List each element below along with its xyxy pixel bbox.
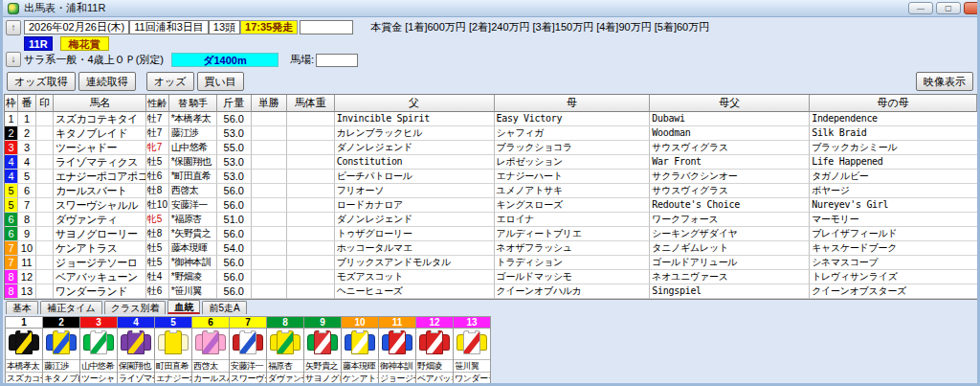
silk-jockey-name: 笹川翼	[454, 360, 490, 373]
sire-cell: ホッコータルマエ	[335, 241, 495, 256]
table-row[interactable]: 5 6 カールスバート 牡8 西啓太 56.0 フリオーソ ユメノアトサキ サウ…	[5, 184, 977, 198]
mark-cell[interactable]	[36, 170, 54, 184]
minimize-button[interactable]: —	[908, 2, 933, 14]
tab-basic[interactable]: 基本	[6, 301, 38, 314]
carried-weight-cell: 53.0	[217, 155, 252, 170]
table-header-row: 枠 番 印 馬名 性齢 替 騎手 斤量 単勝 馬体重 父 母 母父 母の母	[5, 95, 977, 112]
body-weight-cell	[287, 256, 335, 270]
sire-cell: モズアスコット	[335, 270, 495, 284]
mark-cell[interactable]	[36, 126, 54, 141]
table-row[interactable]: 8 12 ベアバッキューン 牡4 *野畑凌 56.0 モズアスコット ゴールドマ…	[5, 270, 977, 284]
silk-horse-number: 1	[6, 317, 42, 329]
mark-cell[interactable]	[36, 270, 54, 284]
damdam-cell: シネマスコープ	[810, 256, 977, 270]
mark-cell[interactable]	[36, 112, 54, 126]
table-row[interactable]: 1 1 スズカコテキタイ 牡7 *本橋孝太 56.0 Invincible Sp…	[5, 112, 977, 126]
damsire-cell: サウスヴィグラス	[650, 141, 810, 155]
body-weight-cell	[287, 184, 335, 198]
silk-horse-number: 13	[454, 317, 490, 329]
bet-selection-button[interactable]: 買い目	[197, 72, 244, 91]
col-header-sire: 父	[335, 95, 495, 112]
win-odds-cell	[252, 227, 287, 241]
table-row[interactable]: 7 11 ジョージテソーロ 牡5 *御神本訓 56.0 ブリックスアンドモルタル…	[5, 256, 977, 270]
col-header-dam: 母	[495, 95, 651, 112]
silk-column: 8 福原杏 ダヴァンテ	[267, 317, 304, 386]
mark-cell[interactable]	[36, 184, 54, 198]
prev-race-button[interactable]: ↑	[6, 20, 21, 35]
mark-cell[interactable]	[36, 141, 54, 155]
view-tabs: 基本 補正タイム クラス別着 血統 前5走A	[3, 300, 977, 314]
win-odds-cell	[252, 256, 287, 270]
horse-name-cell: ジョージテソーロ	[54, 256, 146, 270]
silk-column: 4 保園翔也 ライゾマテ	[118, 317, 155, 386]
table-row[interactable]: 5 7 スワーヴシャルル 牡10 安藤洋一 56.0 ロードカナロア キングスロ…	[5, 198, 977, 213]
mark-cell[interactable]	[36, 213, 54, 227]
table-row[interactable]: 4 5 エナジーポコアポコ 牡6 *町田直希 53.0 ビーチパトロール エナジ…	[5, 170, 977, 184]
horse-number-cell: 11	[18, 256, 36, 270]
horse-number-cell: 7	[18, 198, 36, 213]
maximize-button[interactable]: ▢	[936, 2, 961, 14]
dam-cell: アルディートブリエ	[495, 227, 651, 241]
dam-cell: クイーンオブハルカ	[495, 284, 651, 299]
next-race-button[interactable]: ↓	[6, 52, 21, 67]
table-row[interactable]: 8 13 ワンダーランド 牡6 *笹川翼 56.0 ヘニーヒューズ クイーンオブ…	[5, 284, 977, 299]
video-display-button[interactable]: 映像表示	[916, 72, 973, 91]
table-row[interactable]: 3 3 ツーシャドー 牝7 山中悠希 55.0 ダノンレジェンド ブラックショコ…	[5, 141, 977, 155]
sire-cell: Constitution	[335, 155, 495, 170]
body-weight-cell	[287, 170, 335, 184]
body-weight-cell	[287, 270, 335, 284]
silk-horse-name: ジョージテ	[379, 373, 415, 385]
carried-weight-cell: 56.0	[217, 256, 252, 270]
tab-last5-runs[interactable]: 前5走A	[202, 301, 246, 314]
mark-cell[interactable]	[36, 227, 54, 241]
silk-horse-name: ベアバッキ	[416, 373, 453, 385]
table-row[interactable]: 4 4 ライゾマティクス 牡5 *保園翔也 53.0 Constitution …	[5, 155, 977, 170]
table-row[interactable]: 2 2 キタノブレイド 牡7 藤江渉 53.0 カレンブラックヒル シャフィガ …	[5, 126, 977, 141]
body-weight-cell	[287, 213, 335, 227]
sex-age-cell: 牝7	[146, 141, 169, 155]
track-condition-label: 馬場:	[290, 53, 314, 67]
damdam-cell: キャスケードブーク	[810, 241, 977, 256]
race-name-line: 11R 梅花賞	[24, 35, 977, 52]
odds-fetch-button[interactable]: オッズ取得	[7, 72, 76, 91]
jockey-cell: *保園翔也	[169, 155, 217, 170]
table-row[interactable]: 6 8 ダヴァンティ 牝5 *福原杏 51.0 ダノンレジェンド エロイナ ワー…	[5, 213, 977, 227]
race-header-panel: ↑ ↓ 2026年02月26日(木) 11回浦和3日目 13頭 17:35発走 …	[3, 17, 977, 69]
table-row[interactable]: 6 9 サヨノグローリー 牡8 *矢野貴之 56.0 トゥザグローリー アルディ…	[5, 227, 977, 241]
track-condition-field[interactable]	[316, 54, 358, 67]
tab-adjusted-time[interactable]: 補正タイム	[40, 301, 102, 314]
jockey-cell: *御神本訓	[169, 256, 217, 270]
tab-class-results[interactable]: クラス別着	[104, 301, 167, 314]
horse-name-cell: ベアバッキューン	[54, 270, 146, 284]
blank-field[interactable]	[300, 20, 353, 34]
race-name-badge: 梅花賞	[60, 36, 109, 51]
race-class: サラ系一般・4歳上ＯＰ(別定)	[24, 53, 164, 67]
mark-cell[interactable]	[36, 155, 54, 170]
mark-cell[interactable]	[36, 198, 54, 213]
col-header-weight: 斤量	[217, 95, 252, 112]
mark-cell[interactable]	[36, 241, 54, 256]
horse-name-cell: スワーヴシャルル	[54, 198, 146, 213]
table-row[interactable]: 7 10 ケンアトラス 牡5 藤本現暉 54.0 ホッコータルマエ ネオザフラッ…	[5, 241, 977, 256]
dam-cell: ネオザフラッシュ	[495, 241, 651, 256]
col-header-waku: 枠	[5, 95, 18, 112]
silk-jockey-name: 野畑凌	[416, 360, 453, 373]
mark-cell[interactable]	[36, 256, 54, 270]
carried-weight-cell: 56.0	[217, 112, 252, 126]
mark-cell[interactable]	[36, 284, 54, 299]
close-button[interactable]	[964, 2, 980, 14]
carried-weight-cell: 53.0	[217, 170, 252, 184]
waku-cell: 6	[5, 227, 18, 241]
win-odds-cell	[252, 170, 287, 184]
tab-bloodline[interactable]: 血統	[167, 300, 200, 314]
horse-name-cell: カールスバート	[54, 184, 146, 198]
odds-button[interactable]: オッズ	[146, 72, 194, 91]
horse-name-cell: スズカコテキタイ	[54, 112, 146, 126]
carried-weight-cell: 56.0	[217, 284, 252, 299]
continuous-fetch-button[interactable]: 連続取得	[78, 72, 136, 91]
silk-horse-name: ワンダーラ	[454, 373, 490, 385]
jockey-cell: 安藤洋一	[169, 198, 217, 213]
horse-number-cell: 10	[18, 241, 36, 256]
sire-cell: カレンブラックヒル	[335, 126, 495, 141]
dam-cell: ゴールドマッシモ	[495, 270, 651, 284]
